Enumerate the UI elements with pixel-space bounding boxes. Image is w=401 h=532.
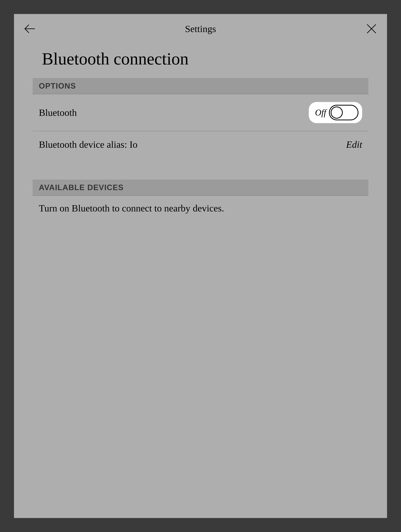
back-button[interactable] <box>23 23 36 35</box>
available-devices-section-header: AVAILABLE DEVICES <box>33 180 368 196</box>
bluetooth-alias-row: Bluetooth device alias: Io Edit <box>33 131 368 158</box>
back-arrow-icon <box>24 24 35 33</box>
content-area: OPTIONS Bluetooth Off Bluetooth device a… <box>14 78 387 221</box>
close-icon <box>366 23 377 34</box>
close-button[interactable] <box>365 23 378 35</box>
available-devices-header-text: AVAILABLE DEVICES <box>39 183 362 192</box>
toggle-state-label: Off <box>315 108 326 118</box>
page-title: Bluetooth connection <box>14 43 387 78</box>
toggle-switch-icon <box>329 105 358 120</box>
edit-alias-button[interactable]: Edit <box>346 139 362 150</box>
alias-label: Bluetooth device alias: Io <box>39 139 137 150</box>
options-section-header: OPTIONS <box>33 78 368 94</box>
header-title: Settings <box>185 23 216 34</box>
toggle-knob-icon <box>331 107 343 119</box>
bluetooth-label: Bluetooth <box>39 107 77 118</box>
options-header-text: OPTIONS <box>39 82 362 90</box>
bluetooth-toggle-row: Bluetooth Off <box>33 94 368 131</box>
bluetooth-toggle[interactable]: Off <box>309 102 362 123</box>
header-bar: Settings <box>14 14 387 43</box>
bluetooth-off-info-text: Turn on Bluetooth to connect to nearby d… <box>33 196 368 221</box>
settings-screen: Settings Bluetooth connection OPTIONS Bl… <box>14 14 387 518</box>
section-gap <box>33 158 368 180</box>
